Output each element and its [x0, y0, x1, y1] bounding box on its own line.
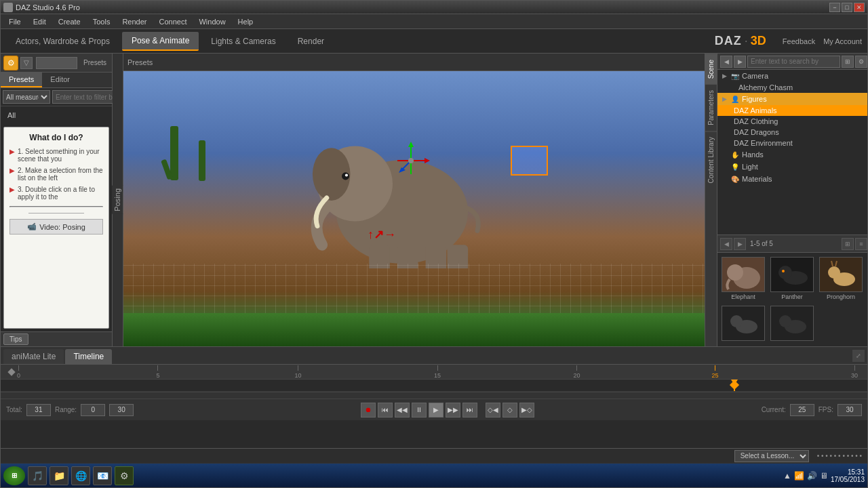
svg-point-22	[828, 266, 840, 279]
range-end-input[interactable]	[109, 404, 134, 416]
tree-figures[interactable]: ▶ 👤 Figures	[717, 93, 867, 105]
minimize-button[interactable]: −	[829, 3, 840, 12]
expand-hands-icon[interactable]	[720, 150, 728, 159]
tab-content-library[interactable]: Content Library	[705, 131, 717, 188]
playback-controls: ⏺ ⏮ ◀◀ ⏸ ▶ ▶▶ ⏭ ◇◀ ◇ ▶◇	[361, 403, 534, 418]
tab-timeline[interactable]: Timeline	[65, 349, 112, 364]
menu-help[interactable]: Help	[233, 16, 259, 27]
scene-search[interactable]	[747, 56, 840, 68]
thumb-pronghorn[interactable]: Pronghorn	[818, 256, 864, 302]
menu-render[interactable]: Render	[117, 16, 152, 27]
expand-light-icon[interactable]	[720, 163, 728, 171]
close-button[interactable]: ✕	[854, 3, 865, 12]
fps-input[interactable]	[837, 404, 862, 416]
light-icon: 💡	[730, 162, 740, 171]
expand-materials-icon[interactable]	[720, 175, 728, 183]
menu-tools[interactable]: Tools	[87, 16, 116, 27]
current-input[interactable]	[790, 404, 814, 416]
scene-settings-btn[interactable]: ⚙	[855, 56, 867, 68]
tab-scene[interactable]: Scene	[705, 54, 717, 84]
step-back-btn[interactable]: ◀◀	[395, 403, 410, 418]
keyframe-next-btn[interactable]: ▶◇	[519, 403, 534, 418]
total-input[interactable]	[26, 404, 51, 416]
tree-daz-clothing[interactable]: DAZ Clothing	[717, 116, 867, 127]
keyframe-prev-btn[interactable]: ◇◀	[486, 403, 500, 418]
window-controls[interactable]: − □ ✕	[829, 3, 865, 12]
panther-label: Panther	[781, 293, 803, 300]
icon-btn[interactable]: ⚙	[3, 56, 18, 70]
filter-dropdown[interactable]: All measures	[3, 90, 50, 104]
lib-forward-btn[interactable]: ▶	[734, 238, 746, 250]
tree-daz-dragons[interactable]: DAZ Dragons	[717, 127, 867, 138]
tree-materials[interactable]: 🎨 Materials	[717, 173, 867, 185]
taskbar-media-player[interactable]: 🎵	[28, 466, 47, 485]
app-logo: DAZ · 3D	[715, 34, 766, 48]
menu-connect[interactable]: Connect	[154, 16, 193, 27]
step-fwd-btn[interactable]: ▶▶	[446, 403, 460, 418]
pause-btn[interactable]: ⏸	[412, 403, 427, 418]
menu-create[interactable]: Create	[53, 16, 86, 27]
nav-actors[interactable]: Actors, Wardrobe & Props	[6, 33, 119, 50]
video-posing-button[interactable]: 📹 Video: Posing	[9, 219, 103, 235]
expand-figures-icon[interactable]: ▶	[720, 95, 728, 103]
nav-render[interactable]: Render	[288, 33, 334, 50]
scene-back-btn[interactable]: ◀	[720, 56, 732, 68]
timeline-expand-btn[interactable]: ⤢	[852, 350, 865, 362]
camera-icon: 📷	[730, 71, 740, 81]
timeline-scrollbar[interactable]	[1, 392, 867, 399]
nav-account[interactable]: My Account	[823, 37, 862, 45]
tab-animate-lite[interactable]: aniMate Lite	[3, 349, 64, 364]
lib-back-btn[interactable]: ◀	[720, 238, 732, 250]
tab-editor[interactable]: Editor	[42, 73, 78, 87]
tree-light[interactable]: 💡 Light	[717, 161, 867, 173]
tree-hands[interactable]: ✋ Hands	[717, 148, 867, 161]
thumb-extra2[interactable]	[769, 304, 815, 344]
go-start-btn[interactable]: ⏮	[378, 403, 393, 418]
thumb-extra1[interactable]	[720, 304, 766, 344]
nav-dots: • • • • • • • • • • •	[817, 452, 862, 460]
tray-volume-icon[interactable]: 🔊	[807, 471, 817, 481]
timeline-track[interactable]	[1, 380, 867, 392]
thumb-panther[interactable]: Panther	[769, 256, 815, 302]
thumb-elephant[interactable]: Elephant	[720, 256, 766, 302]
maximize-button[interactable]: □	[842, 3, 852, 12]
nav-lights[interactable]: Lights & Cameras	[201, 33, 285, 50]
menu-window[interactable]: Window	[193, 16, 231, 27]
lib-view-list[interactable]: ≡	[855, 238, 867, 250]
nav-feedback[interactable]: Feedback	[783, 37, 815, 45]
tab-parameters[interactable]: Parameters	[705, 84, 717, 131]
tree-alchemy[interactable]: Alchemy Chasm	[717, 82, 867, 93]
tab-presets[interactable]: Presets	[1, 73, 42, 87]
scene-forward-btn[interactable]: ▶	[734, 56, 746, 68]
taskbar-email[interactable]: 📧	[93, 466, 112, 485]
start-button[interactable]: ⊞	[3, 466, 25, 485]
play-btn[interactable]: ▶	[429, 403, 443, 418]
playhead-diamond[interactable]	[7, 368, 15, 375]
tree-daz-environment[interactable]: DAZ Environment	[717, 138, 867, 148]
menu-file[interactable]: File	[3, 16, 26, 27]
range-start-input[interactable]	[81, 404, 105, 416]
keyframe-add-btn[interactable]: ◇	[502, 403, 517, 418]
tree-hands-label: Hands	[742, 150, 764, 159]
nav-pose[interactable]: Pose & Animate	[122, 32, 199, 51]
nav-links: Feedback My Account	[783, 37, 862, 45]
tree-camera[interactable]: ▶ 📷 Camera	[717, 70, 867, 82]
tree-daz-animals[interactable]: DAZ Animals	[717, 105, 867, 116]
tips-button[interactable]: Tips	[3, 333, 28, 345]
taskbar-app[interactable]: ⚙	[115, 466, 134, 485]
tray-display-icon[interactable]: 🖥	[820, 471, 828, 481]
tray-network-icon[interactable]: 📶	[794, 471, 804, 481]
scene-view-btn[interactable]: ⊞	[842, 56, 854, 68]
filter-btn[interactable]: ▽	[20, 57, 33, 69]
taskbar-ie[interactable]: 🌐	[71, 466, 90, 485]
taskbar-file-manager[interactable]: 📁	[50, 466, 68, 485]
menu-edit[interactable]: Edit	[28, 16, 52, 27]
tray-up-icon[interactable]: ▲	[783, 471, 791, 481]
mark-5: 5	[156, 365, 159, 379]
record-btn[interactable]: ⏺	[361, 403, 376, 418]
expand-camera-icon[interactable]: ▶	[720, 72, 728, 80]
go-end-btn[interactable]: ⏭	[462, 403, 477, 418]
lib-view-grid[interactable]: ⊞	[842, 238, 854, 250]
viewport[interactable]: ↑↗→	[123, 71, 705, 346]
lesson-select[interactable]: Select a Lesson...	[734, 450, 809, 462]
